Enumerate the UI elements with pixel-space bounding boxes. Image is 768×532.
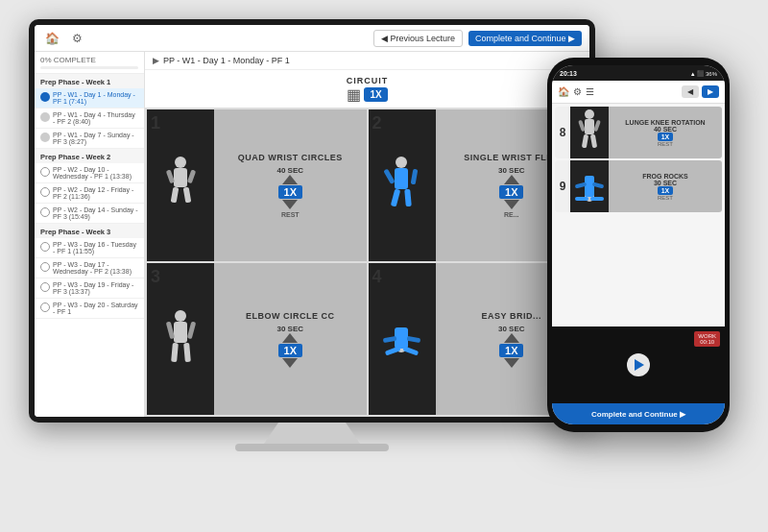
phone-settings-icon[interactable]: ⚙ (573, 86, 582, 97)
exercise-cell-3[interactable]: 3 (147, 263, 367, 415)
rest-label-2: RE... (504, 211, 519, 218)
sidebar-item-9[interactable]: PP - W3 - Day 19 - Friday - PF 3 (13:37) (35, 278, 144, 299)
arrow-up-icon-1 (282, 175, 298, 184)
phone-exercise-row-8[interactable]: 8 LUNGE KNEE ROTATION 40 SE (555, 107, 722, 158)
phone-prev-button[interactable]: ◀ (682, 85, 699, 98)
svg-point-24 (585, 109, 594, 119)
sidebar-item-6[interactable]: PP - W2 - Day 14 - Sunday - PF 3 (15:49) (35, 204, 144, 224)
reps-badge-3: 1X (278, 344, 302, 357)
sidebar-item-5[interactable]: PP - W2 - Day 12 - Friday - PF 2 (11:36) (35, 183, 144, 204)
exercise-reps-box-1: 1X (278, 175, 302, 209)
top-bar-right: ◀ Previous Lecture Complete and Continue… (373, 30, 582, 47)
phone-next-button[interactable]: ▶ (702, 85, 719, 98)
sidebar-item-10[interactable]: PP - W3 - Day 20 - Saturday - PF 1 (35, 299, 144, 319)
exercise-name-4: EASY BRID... (482, 311, 541, 321)
phone-exercise-reps-8: 1X (658, 133, 674, 141)
svg-rect-33 (590, 197, 604, 201)
circuit-grid-icon: ▦ (347, 85, 361, 104)
sidebar-item-icon-7 (40, 242, 50, 252)
svg-rect-2 (170, 186, 179, 203)
sidebar-section-week2: Prep Phase - Week 2 (35, 149, 144, 163)
svg-rect-19 (395, 327, 408, 349)
scene: 🏠 ⚙ ◀ Previous Lecture Complete and Cont… (0, 0, 768, 532)
sidebar-item-4[interactable]: PP - W2 - Day 10 - Wednesday - PF 1 (13:… (35, 163, 144, 183)
svg-rect-13 (174, 322, 187, 343)
svg-rect-31 (585, 176, 594, 197)
complete-continue-button[interactable]: Complete and Continue ▶ (468, 31, 582, 46)
phone-exercise-name-9: FROG ROCKS (642, 173, 687, 180)
reps-badge-1: 1X (278, 185, 302, 199)
sidebar-item-icon-4 (40, 167, 50, 177)
phone-exercise-number-8: 8 (555, 107, 570, 158)
prev-lecture-button[interactable]: ◀ Previous Lecture (373, 30, 463, 47)
sidebar-item-icon-1 (40, 92, 50, 102)
exercise-reps-box-4: 1X (499, 333, 523, 368)
rest-label-1: REST (281, 211, 300, 218)
phone-nav-bar: 🏠 ⚙ ☰ ◀ ▶ (552, 81, 725, 104)
play-icon (635, 359, 644, 371)
arrow-down-icon-2 (504, 200, 519, 209)
screen-content: 0% COMPLETE Prep Phase - Week 1 PP - W1 … (35, 52, 589, 417)
sidebar-item-8[interactable]: PP - W3 - Day 17 - Wednesday - PF 2 (13:… (35, 258, 144, 278)
circuit-1x-badge: 1X (364, 87, 387, 102)
svg-rect-7 (395, 168, 408, 189)
lecture-icon: ▶ (153, 56, 159, 65)
svg-point-6 (396, 157, 407, 168)
exercise-reps-box-2: 1X (499, 175, 523, 209)
svg-rect-23 (407, 335, 421, 342)
sidebar-item-icon-10 (40, 302, 50, 312)
phone-complete-button[interactable]: Complete and Continue ▶ (552, 403, 725, 424)
svg-point-0 (175, 157, 186, 168)
svg-rect-29 (593, 120, 601, 133)
phone-menu-icon[interactable]: ☰ (586, 86, 594, 97)
monitor: 🏠 ⚙ ◀ Previous Lecture Complete and Cont… (29, 19, 595, 461)
phone-exercise-name-8: LUNGE KNEE ROTATION (625, 119, 705, 126)
sidebar-item-icon-9 (40, 282, 50, 292)
sidebar-item-1[interactable]: PP - W1 - Day 1 - Monday - PF 1 (7:41) (35, 88, 144, 109)
phone-video: WORK 00:10 (552, 326, 725, 403)
home-icon[interactable]: 🏠 (42, 29, 61, 48)
svg-rect-25 (585, 119, 594, 134)
svg-rect-10 (383, 168, 395, 183)
exercise-cell-1[interactable]: 1 (147, 109, 367, 261)
sidebar-item-icon-8 (40, 262, 50, 272)
phone-exercise-row-9[interactable]: 9 FROG ROCKS 30 SEC (555, 160, 722, 212)
exercise-duration-3: 30 SEC (276, 325, 303, 333)
exercise-name-2: SINGLE WRIST FLEX (464, 153, 559, 162)
phone-exercise-list: 8 LUNGE KNEE ROTATION 40 SE (552, 104, 725, 326)
svg-rect-11 (411, 168, 419, 184)
svg-rect-9 (404, 188, 412, 206)
phone-exercise-rest-9: REST (658, 195, 673, 201)
sidebar-section-week1: Prep Phase - Week 1 (35, 74, 144, 88)
sidebar-item-icon-6 (40, 207, 50, 217)
svg-rect-16 (165, 321, 174, 339)
phone-exercise-reps-9: 1X (658, 186, 674, 195)
sidebar-item-2[interactable]: PP - W1 - Day 4 - Thursday - PF 2 (8:40) (35, 109, 144, 129)
exercise-info-1: QUAD WRIST CIRCLES 40 SEC 1X REST (214, 109, 367, 261)
main-content: ▶ PP - W1 - Day 1 - Monday - PF 1 CIRCUI… (145, 52, 589, 417)
exercise-name-3: ELBOW CIRCLE CC (246, 311, 335, 321)
reps-badge-4: 1X (499, 344, 523, 357)
exercise-number-4: 4 (372, 267, 382, 287)
monitor-body: 🏠 ⚙ ◀ Previous Lecture Complete and Cont… (29, 19, 595, 423)
monitor-base (235, 444, 389, 451)
sidebar-item-icon-3 (40, 133, 50, 142)
phone-exercise-duration-9: 30 SEC (654, 180, 677, 186)
sidebar: 0% COMPLETE Prep Phase - Week 1 PP - W1 … (35, 52, 145, 417)
arrow-up-icon-4 (504, 333, 519, 343)
exercise-duration-1: 40 SEC (276, 166, 303, 175)
phone-home-icon[interactable]: 🏠 (558, 86, 569, 97)
svg-rect-32 (575, 197, 588, 201)
phone-time: 20:13 (560, 70, 577, 77)
circuit-badge: ▦ 1X (347, 85, 387, 104)
play-button[interactable] (627, 353, 650, 376)
exercise-reps-box-3: 1X (278, 333, 302, 368)
sidebar-item-7[interactable]: PP - W3 - Day 16 - Tuesday - PF 1 (11:55… (35, 238, 144, 258)
sidebar-item-icon-2 (40, 112, 50, 122)
phone-nav-buttons: ◀ ▶ (682, 85, 719, 98)
monitor-screen: 🏠 ⚙ ◀ Previous Lecture Complete and Cont… (35, 25, 589, 417)
settings-icon[interactable]: ⚙ (67, 29, 86, 48)
exercise-number-1: 1 (151, 113, 160, 133)
arrow-down-icon-3 (282, 358, 298, 368)
sidebar-item-3[interactable]: PP - W1 - Day 7 - Sunday - PF 3 (8:27) (35, 129, 144, 149)
